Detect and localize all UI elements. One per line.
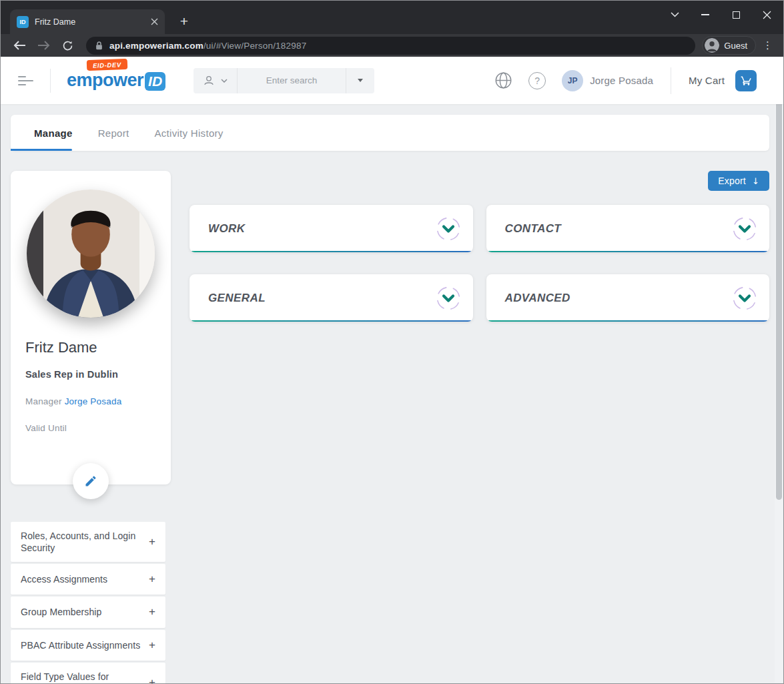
right-column: Export ↓ WORK CONT bbox=[189, 171, 769, 684]
tab-manage[interactable]: Manage bbox=[21, 115, 85, 151]
manager-label: Manager bbox=[25, 396, 62, 406]
hamburger-menu-icon[interactable] bbox=[18, 76, 34, 85]
profile-manager-row: Manager Jorge Posada bbox=[25, 396, 156, 406]
export-label: Export bbox=[718, 176, 746, 186]
empowerid-logo[interactable]: EID-DEV empower ID bbox=[67, 70, 165, 91]
person-icon bbox=[203, 75, 215, 87]
forward-icon[interactable] bbox=[34, 36, 53, 55]
panel-chevron-icon[interactable] bbox=[729, 283, 760, 314]
panel-contact[interactable]: CONTACT bbox=[486, 205, 770, 252]
reload-icon[interactable] bbox=[58, 36, 77, 55]
browser-window: ID Fritz Dame + bbox=[0, 0, 784, 684]
current-user-chip[interactable]: JP Jorge Posada bbox=[562, 70, 653, 91]
page-scrollbar bbox=[775, 57, 783, 683]
download-arrow-icon: ↓ bbox=[752, 176, 759, 186]
sidebar-item-label: Field Type Values for Assignee bbox=[21, 671, 143, 684]
user-name: Jorge Posada bbox=[590, 75, 653, 86]
user-avatar: JP bbox=[562, 70, 583, 91]
scrollbar-thumb[interactable] bbox=[776, 78, 782, 500]
nav-tabs: Manage Report Activity History bbox=[11, 115, 769, 151]
sidebar-item-label: Group Membership bbox=[21, 606, 101, 618]
expand-icon[interactable]: + bbox=[149, 638, 155, 653]
sidebar-item-group-membership[interactable]: Group Membership + bbox=[11, 597, 165, 627]
chevron-down-icon bbox=[221, 79, 228, 83]
panel-chevron-icon[interactable] bbox=[729, 214, 760, 244]
expand-icon[interactable]: + bbox=[149, 572, 155, 587]
browser-profile-button[interactable]: Guest bbox=[702, 36, 756, 55]
expand-icon[interactable]: + bbox=[149, 535, 155, 549]
header-divider bbox=[50, 69, 51, 93]
sidebar-item-roles-accounts-login-security[interactable]: Roles, Accounts, and Login Security + bbox=[11, 522, 165, 562]
tab-close-icon[interactable] bbox=[151, 18, 158, 25]
maximize-icon[interactable] bbox=[721, 1, 751, 29]
close-icon[interactable] bbox=[751, 1, 782, 29]
search-scope-dropdown[interactable] bbox=[346, 68, 374, 93]
profile-card: Fritz Dame Sales Rep in Dublin Manager J… bbox=[11, 171, 171, 484]
panel-work[interactable]: WORK bbox=[189, 205, 473, 252]
expand-icon[interactable]: + bbox=[149, 605, 155, 619]
sidebar-item-pbac-attribute-assignments[interactable]: PBAC Attribute Assignments + bbox=[11, 630, 165, 661]
url-host: api.empoweriam.com bbox=[109, 41, 204, 51]
sidebar-item-field-type-values[interactable]: Field Type Values for Assignee + bbox=[11, 663, 165, 684]
expand-icon[interactable]: + bbox=[149, 675, 155, 684]
edit-profile-button[interactable] bbox=[73, 463, 109, 499]
browser-toolbar: api.empoweriam.com/ui/#View/Person/18298… bbox=[1, 34, 783, 57]
panel-label: CONTACT bbox=[505, 222, 562, 236]
tab-report[interactable]: Report bbox=[85, 115, 142, 151]
panel-general[interactable]: GENERAL bbox=[189, 274, 473, 322]
browser-menu-icon[interactable]: ⋮ bbox=[763, 39, 773, 51]
help-icon[interactable]: ? bbox=[528, 72, 546, 89]
profile-job-title: Sales Rep in Dublin bbox=[25, 369, 156, 380]
panel-chevron-icon[interactable] bbox=[433, 283, 464, 314]
guest-label: Guest bbox=[724, 41, 747, 51]
profile-name: Fritz Dame bbox=[25, 339, 156, 356]
panel-advanced[interactable]: ADVANCED bbox=[486, 274, 770, 322]
valid-until-label: Valid Until bbox=[25, 423, 156, 433]
sidebar-item-label: Roles, Accounts, and Login Security bbox=[21, 530, 143, 554]
sidebar-item-label: Access Assignments bbox=[21, 573, 107, 585]
header-actions: ? JP Jorge Posada My Cart bbox=[494, 67, 766, 94]
search-input[interactable] bbox=[238, 68, 346, 93]
minimize-icon[interactable] bbox=[690, 1, 721, 29]
env-badge: EID-DEV bbox=[87, 59, 127, 71]
global-search bbox=[193, 68, 374, 93]
browser-tabbar: ID Fritz Dame + bbox=[1, 1, 783, 34]
brand-id-chip: ID bbox=[145, 72, 165, 91]
attribute-panels: WORK CONTACT bbox=[189, 205, 769, 322]
tab-activity-history[interactable]: Activity History bbox=[141, 115, 236, 151]
address-bar[interactable]: api.empoweriam.com/ui/#View/Person/18298… bbox=[86, 37, 695, 55]
panel-label: GENERAL bbox=[208, 292, 266, 305]
globe-icon[interactable] bbox=[494, 71, 512, 89]
window-controls bbox=[659, 1, 782, 29]
export-button[interactable]: Export ↓ bbox=[708, 171, 769, 191]
lock-icon bbox=[95, 41, 103, 50]
tab-search-chevron-icon[interactable] bbox=[659, 1, 690, 29]
cart-button[interactable] bbox=[735, 70, 757, 91]
new-tab-button[interactable]: + bbox=[175, 13, 193, 30]
brand-text: empower bbox=[67, 70, 143, 91]
browser-tab-title: Fritz Dame bbox=[35, 17, 145, 27]
manager-link[interactable]: Jorge Posada bbox=[65, 396, 122, 406]
sidebar-accordions: Roles, Accounts, and Login Security + Ac… bbox=[11, 522, 165, 684]
app-page: EID-DEV empower ID bbox=[1, 57, 783, 683]
sidebar-item-label: PBAC Attribute Assignments bbox=[21, 639, 140, 651]
active-tab-indicator bbox=[11, 149, 72, 151]
my-cart-label: My Cart bbox=[689, 75, 725, 86]
browser-tab[interactable]: ID Fritz Dame bbox=[10, 9, 165, 34]
header-divider bbox=[671, 67, 671, 94]
dropdown-caret-icon bbox=[358, 79, 363, 82]
url-path: /ui/#View/Person/182987 bbox=[204, 41, 306, 51]
panel-label: ADVANCED bbox=[505, 292, 570, 305]
left-column: Fritz Dame Sales Rep in Dublin Manager J… bbox=[11, 171, 171, 684]
panel-chevron-icon[interactable] bbox=[433, 214, 464, 244]
sidebar-item-access-assignments[interactable]: Access Assignments + bbox=[11, 564, 165, 595]
back-icon[interactable] bbox=[10, 36, 29, 55]
search-type-selector[interactable] bbox=[193, 68, 238, 93]
pencil-icon bbox=[84, 474, 97, 488]
profile-photo bbox=[27, 190, 155, 318]
cart-icon bbox=[741, 75, 752, 86]
app-header: EID-DEV empower ID bbox=[1, 57, 783, 104]
guest-avatar-icon bbox=[705, 38, 719, 53]
page-content: Manage Report Activity History bbox=[1, 104, 783, 684]
favicon-icon: ID bbox=[17, 16, 29, 28]
